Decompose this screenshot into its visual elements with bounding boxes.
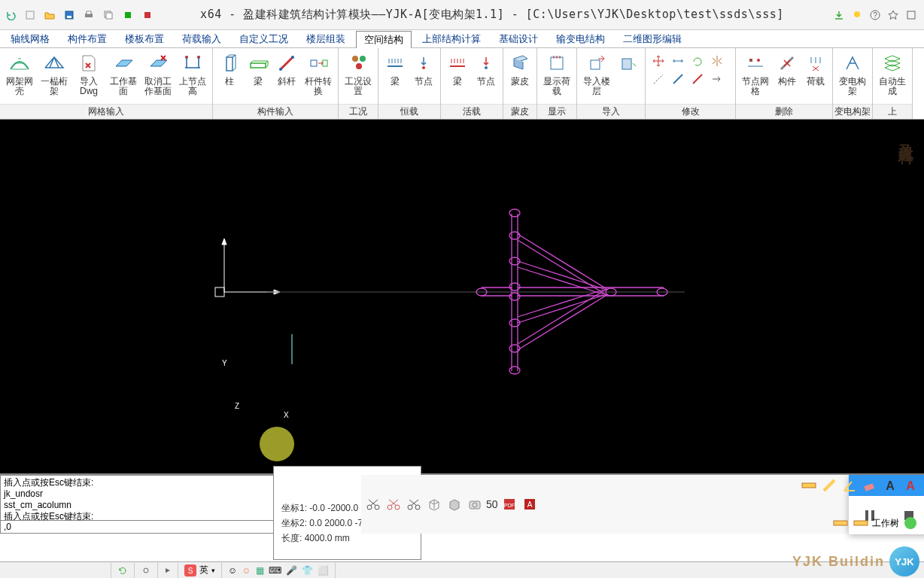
btn-convert[interactable]: 杆件转换 bbox=[302, 50, 335, 98]
btn-diagonal[interactable]: 斜杆 bbox=[273, 50, 300, 88]
modify-move-icon[interactable] bbox=[650, 53, 667, 69]
btn-import-2[interactable] bbox=[615, 50, 642, 77]
btn-power-frame[interactable]: 变电构架 bbox=[836, 50, 869, 98]
svg-line-46 bbox=[518, 240, 606, 295]
ribbon-group-liveload: 梁 节点 活载 bbox=[441, 48, 503, 119]
scissors-icon[interactable] bbox=[364, 495, 382, 513]
modify-line2-icon[interactable] bbox=[670, 71, 686, 87]
ribbon-group-label: 导入 bbox=[577, 104, 645, 119]
modify-arrow-icon[interactable] bbox=[709, 71, 725, 87]
btn-beam[interactable]: 梁 bbox=[245, 50, 272, 88]
ribbon-group-label: 恒载 bbox=[378, 104, 440, 119]
open-icon[interactable] bbox=[44, 9, 56, 21]
btn-live-node[interactable]: 节点 bbox=[473, 50, 500, 88]
text-a2-icon[interactable]: A bbox=[901, 476, 919, 494]
modify-line1-icon[interactable] bbox=[650, 71, 667, 87]
btn-import-dwg[interactable]: 导入Dwg bbox=[72, 50, 105, 98]
btn-netshell[interactable]: 网架网壳 bbox=[3, 50, 36, 98]
btn-import-floor[interactable]: 导入楼层 bbox=[580, 50, 613, 98]
scissors3-icon[interactable] bbox=[405, 495, 423, 513]
btn-case-setting[interactable]: 工况设置 bbox=[342, 50, 375, 98]
tab-power-struct[interactable]: 输变电结构 bbox=[549, 31, 612, 47]
ribbon-group-auto: 自动生成 上 bbox=[873, 48, 913, 119]
status-settings[interactable] bbox=[135, 563, 158, 578]
svg-point-22 bbox=[422, 66, 425, 69]
btn-live-beam[interactable]: 梁 bbox=[444, 50, 471, 88]
angle-icon[interactable] bbox=[840, 476, 859, 494]
ruler4-icon[interactable] bbox=[852, 514, 870, 532]
new-icon[interactable] bbox=[24, 9, 36, 21]
tab-load-input[interactable]: 荷载输入 bbox=[175, 31, 229, 47]
tab-2d-edit[interactable]: 二维图形编辑 bbox=[615, 31, 689, 47]
tool-icon-2[interactable] bbox=[141, 9, 153, 21]
btn-del-member[interactable]: 构件 bbox=[774, 50, 801, 88]
save-icon[interactable] bbox=[63, 9, 75, 21]
camera-icon[interactable] bbox=[466, 495, 484, 513]
svg-point-15 bbox=[279, 68, 282, 71]
btn-auto-gen[interactable]: 自动生成 bbox=[876, 50, 909, 98]
tab-foundation[interactable]: 基础设计 bbox=[491, 31, 546, 47]
ribbon-group-label: 网格输入 bbox=[0, 104, 212, 119]
svg-rect-29 bbox=[215, 287, 224, 297]
btn-dead-beam[interactable]: 梁 bbox=[381, 50, 409, 88]
ruler3-icon[interactable] bbox=[831, 514, 850, 532]
btn-del-nodegrid[interactable]: 节点网格 bbox=[739, 50, 772, 98]
tool-icon-1[interactable] bbox=[122, 9, 134, 21]
btn-column[interactable]: 柱 bbox=[216, 50, 243, 88]
star-icon[interactable] bbox=[888, 10, 898, 20]
acad-icon[interactable]: A bbox=[521, 495, 539, 513]
ruler2-icon[interactable] bbox=[820, 476, 838, 494]
eraser-icon[interactable] bbox=[861, 476, 879, 494]
btn-show-load[interactable]: 显示荷载 bbox=[540, 50, 573, 98]
download-icon[interactable] bbox=[834, 10, 844, 20]
status-bar: S 英▾ ☺☺▦ ⌨🎤👕⬜ YJK Buildin YJK bbox=[0, 561, 924, 578]
btn-workplane[interactable]: 工作基面 bbox=[107, 50, 140, 98]
layers-icon[interactable] bbox=[901, 514, 919, 532]
svg-point-21 bbox=[356, 63, 362, 69]
maximize-icon[interactable] bbox=[906, 10, 916, 20]
modify-line3-icon[interactable] bbox=[689, 71, 706, 87]
tab-upper-calc[interactable]: 上部结构计算 bbox=[415, 31, 488, 47]
tab-space-structure[interactable]: 空间结构 bbox=[356, 31, 412, 48]
btn-del-load[interactable]: 荷载 bbox=[802, 50, 829, 88]
status-next[interactable] bbox=[158, 563, 178, 578]
svg-rect-0 bbox=[26, 11, 34, 19]
copy-icon[interactable] bbox=[102, 9, 114, 21]
scissors2-icon[interactable] bbox=[384, 495, 403, 513]
svg-line-49 bbox=[518, 261, 606, 290]
modify-dim-icon[interactable] bbox=[670, 53, 686, 69]
light-icon[interactable] bbox=[852, 10, 862, 20]
status-refresh[interactable] bbox=[111, 563, 135, 578]
watermark-logo: YJK bbox=[889, 546, 919, 576]
btn-skin[interactable]: 蒙皮 bbox=[506, 50, 533, 88]
modify-rotate-icon[interactable] bbox=[689, 53, 706, 69]
svg-line-50 bbox=[518, 267, 603, 294]
svg-rect-18 bbox=[323, 60, 327, 66]
pdf-number: 50 bbox=[486, 495, 498, 513]
svg-rect-12 bbox=[907, 11, 915, 19]
tab-axis-grid[interactable]: 轴线网格 bbox=[3, 31, 57, 47]
btn-cancel-workplane[interactable]: 取消工作基面 bbox=[141, 50, 175, 98]
svg-point-23 bbox=[485, 66, 488, 69]
cube2-icon[interactable] bbox=[445, 495, 464, 513]
ime-indicator[interactable]: S 英▾ bbox=[178, 563, 222, 578]
tab-slab-layout[interactable]: 楼板布置 bbox=[117, 31, 172, 47]
btn-truss[interactable]: 一榀桁架 bbox=[38, 50, 71, 98]
worktree-label[interactable]: 工作树 bbox=[872, 519, 899, 528]
text-a-icon[interactable]: A bbox=[881, 476, 899, 494]
modify-mirror-icon[interactable] bbox=[709, 53, 725, 69]
ruler1-icon[interactable] bbox=[800, 476, 818, 494]
ime-tools[interactable]: ☺☺▦ ⌨🎤👕⬜ bbox=[222, 563, 336, 578]
btn-dead-node[interactable]: 节点 bbox=[410, 50, 437, 88]
tab-custom-case[interactable]: 自定义工况 bbox=[232, 31, 296, 47]
undo-icon[interactable] bbox=[5, 9, 17, 21]
cube1-icon[interactable] bbox=[425, 495, 443, 513]
tab-member-layout[interactable]: 构件布置 bbox=[60, 31, 114, 47]
help-icon[interactable]: ? bbox=[870, 10, 880, 20]
print-icon[interactable] bbox=[83, 9, 95, 21]
btn-top-node[interactable]: 上节点高 bbox=[176, 50, 209, 98]
tab-floor-assemble[interactable]: 楼层组装 bbox=[299, 31, 353, 47]
model-viewport[interactable]: Y X Z bbox=[0, 120, 924, 473]
pdf-icon[interactable]: PDF bbox=[500, 495, 518, 513]
ribbon: 网架网壳 一榀桁架 导入Dwg 工作基面 取消工作基面 上节点高 网格输入 柱 … bbox=[0, 48, 924, 120]
